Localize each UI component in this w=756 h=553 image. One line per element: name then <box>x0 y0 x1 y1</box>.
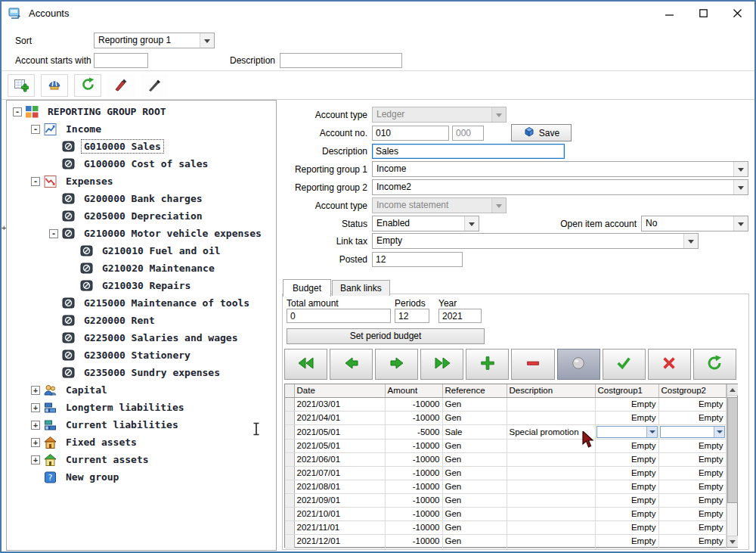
budget-row[interactable]: 2021/07/01-10000GenEmptyEmpty <box>285 466 726 480</box>
reference-cell[interactable]: Gen <box>442 397 507 411</box>
reference-cell[interactable]: Gen <box>442 507 507 520</box>
amount-cell[interactable]: -10000 <box>385 507 442 520</box>
tree-item[interactable]: +Current assets <box>7 451 276 468</box>
edit-record-button[interactable] <box>557 349 600 380</box>
collapse-toggle-icon[interactable]: - <box>31 125 40 134</box>
status-select[interactable]: Enabled <box>372 216 479 231</box>
tree-item[interactable]: -Expenses <box>7 172 276 190</box>
posted-input[interactable] <box>372 252 463 267</box>
tree-item[interactable]: +Longterm liabilities <box>7 399 276 416</box>
cancel-button[interactable] <box>648 349 691 380</box>
description-filter-input[interactable] <box>280 53 402 68</box>
reporting-group-1-select[interactable]: Income <box>372 161 748 177</box>
costgroup1-cell[interactable]: Empty <box>595 480 658 493</box>
costgroup1-cell[interactable]: Empty <box>595 520 658 534</box>
close-button[interactable] <box>720 2 754 24</box>
tree-item-label[interactable]: Fixed assets <box>63 435 140 449</box>
format-button[interactable] <box>107 74 135 97</box>
description-cell[interactable] <box>507 452 595 466</box>
costgroup2-cell[interactable]: Empty <box>658 480 726 493</box>
costgroup1-cell[interactable]: Empty <box>595 493 658 507</box>
minimize-button[interactable] <box>652 2 686 24</box>
tree-item[interactable]: G230000 Stationery <box>7 346 276 364</box>
costgroup1-cell[interactable]: Empty <box>595 411 658 424</box>
costgroup2-cell[interactable]: Empty <box>658 534 726 548</box>
budget-row[interactable]: 2021/06/01-10000GenEmptyEmpty <box>285 452 726 466</box>
budget-row[interactable]: 2021/12/01-10000GenEmptyEmpty <box>285 534 726 548</box>
refresh-button[interactable] <box>74 74 101 97</box>
date-cell[interactable]: 2021/06/01 <box>294 452 385 466</box>
tree-item[interactable]: +Fixed assets <box>7 433 276 451</box>
costgroup1-cell[interactable]: Empty <box>595 507 658 520</box>
expand-toggle-icon[interactable]: + <box>31 421 40 430</box>
tree-item[interactable]: -Income <box>7 120 276 138</box>
date-cell[interactable]: 2021/05/01 <box>294 439 385 452</box>
tree-item[interactable]: G205000 Depreciation <box>7 207 276 225</box>
dropdown-arrow-icon[interactable] <box>714 427 724 437</box>
add-account-button[interactable] <box>8 74 35 97</box>
budget-row[interactable]: 2021/03/01-10000GenEmptyEmpty <box>285 397 726 411</box>
tree-item-label[interactable]: G210010 Fuel and oil <box>99 244 224 258</box>
scroll-up-icon[interactable] <box>727 384 738 396</box>
description-cell[interactable] <box>507 507 595 520</box>
column-header-date[interactable]: Date <box>294 384 385 397</box>
budget-row[interactable]: 2021/09/01-10000GenEmptyEmpty <box>285 493 726 507</box>
reference-cell[interactable]: Gen <box>442 411 507 424</box>
tree-item-label[interactable]: Income <box>63 122 104 136</box>
tree-item[interactable]: G210020 Maintenance <box>7 259 276 277</box>
costgroup2-cell[interactable]: Empty <box>658 411 726 424</box>
scroll-down-icon[interactable] <box>727 536 738 547</box>
tree-item-label[interactable]: G200000 Bank charges <box>81 191 206 206</box>
reference-cell[interactable]: Gen <box>442 493 507 507</box>
description-cell[interactable] <box>507 480 595 493</box>
dropdown-arrow-icon[interactable] <box>646 427 657 437</box>
tree-item-label[interactable]: G230000 Stationery <box>81 348 194 362</box>
vertical-scrollbar[interactable] <box>727 384 738 547</box>
next-record-button[interactable] <box>375 349 418 380</box>
costgroup1-cell[interactable]: Empty <box>595 397 658 411</box>
expand-toggle-icon[interactable]: + <box>31 438 40 447</box>
scroll-thumb[interactable] <box>727 397 738 503</box>
column-header-reference[interactable]: Reference <box>442 384 507 397</box>
description-cell[interactable] <box>507 534 595 548</box>
amount-cell[interactable]: -10000 <box>385 534 442 548</box>
tree-item[interactable]: G225000 Salaries and wages <box>7 329 276 346</box>
tree-item-label[interactable]: G215000 Maintenance of tools <box>81 296 253 310</box>
tree-item-label[interactable]: G210020 Maintenance <box>99 261 218 275</box>
account-no-input-2[interactable] <box>452 126 484 141</box>
link-tax-select[interactable]: Empty <box>372 233 699 249</box>
costgroup2-cell[interactable]: Empty <box>658 493 726 507</box>
tree-item[interactable]: -G210000 Motor vehicle expenses <box>7 225 276 242</box>
save-button[interactable]: Save <box>511 124 572 141</box>
reference-cell[interactable]: Gen <box>442 466 507 480</box>
tree-item[interactable]: G010000 Sales <box>7 138 276 155</box>
costgroup2-combo[interactable] <box>658 424 726 439</box>
date-cell[interactable]: 2021/08/01 <box>294 480 385 493</box>
tree-item[interactable]: +Current liabilities <box>7 416 276 433</box>
tree-item-label[interactable]: Capital <box>63 383 110 397</box>
tree-item[interactable]: G235000 Sundry expenses <box>7 364 276 381</box>
date-cell[interactable]: 2021/09/01 <box>294 493 385 507</box>
costgroup2-cell[interactable]: Empty <box>658 397 726 411</box>
costgroup1-cell[interactable]: Empty <box>595 452 658 466</box>
reference-cell[interactable]: Gen <box>442 452 507 466</box>
date-cell[interactable]: 2021/12/01 <box>294 534 385 548</box>
expand-toggle-icon[interactable]: + <box>31 403 40 412</box>
tree-item[interactable]: G200000 Bank charges <box>7 190 276 207</box>
costgroup2-cell[interactable]: Empty <box>658 466 726 480</box>
tree-item-label[interactable]: G210030 Repairs <box>99 278 194 293</box>
tree-item-label[interactable]: G010000 Sales <box>81 139 164 154</box>
date-cell[interactable]: 2021/07/01 <box>294 466 385 480</box>
column-header-costgroup2[interactable]: Costgroup2 <box>658 384 726 397</box>
tree-item-label[interactable]: G220000 Rent <box>81 313 158 328</box>
reference-cell[interactable]: Gen <box>442 534 507 548</box>
description-cell[interactable] <box>507 397 595 411</box>
tree-item[interactable]: G215000 Maintenance of tools <box>7 294 276 312</box>
column-header-description[interactable]: Description <box>507 384 595 397</box>
reference-cell[interactable]: Gen <box>442 520 507 534</box>
account-no-input-1[interactable] <box>372 126 449 141</box>
description-cell[interactable] <box>507 493 595 507</box>
collapse-toggle-icon[interactable]: - <box>49 229 58 238</box>
description-input[interactable] <box>372 144 565 159</box>
budget-row[interactable]: 2021/08/01-10000GenEmptyEmpty <box>285 480 726 493</box>
